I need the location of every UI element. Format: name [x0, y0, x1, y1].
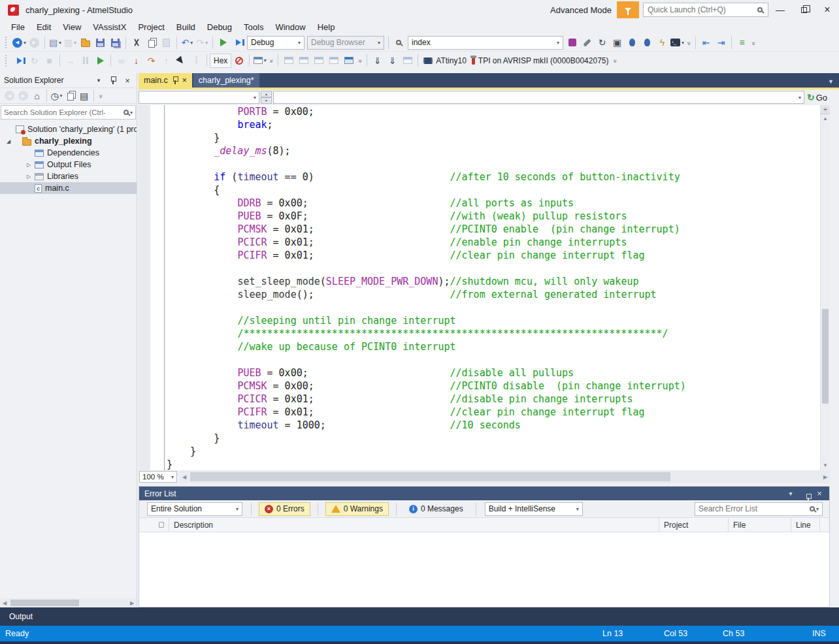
menu-item-edit[interactable]: Edit: [31, 21, 57, 33]
refresh-button[interactable]: ↻: [595, 35, 610, 50]
format-list-button[interactable]: ≡: [734, 35, 749, 50]
definition-spinner[interactable]: ▲▼: [261, 91, 272, 104]
run-button[interactable]: [93, 54, 108, 68]
restore-button[interactable]: [792, 0, 815, 20]
mode-filter-button[interactable]: [617, 1, 639, 18]
error-list-body[interactable]: [139, 532, 829, 607]
solution-configuration-select[interactable]: Debug▾: [247, 36, 304, 50]
editor-hscrollbar[interactable]: ◀ ▶: [180, 470, 830, 483]
copy-button[interactable]: [144, 35, 159, 50]
run-to-cursor-button[interactable]: [174, 54, 189, 68]
select-region-button[interactable]: ▣: [610, 35, 625, 50]
close-button[interactable]: ×: [815, 0, 839, 20]
warnings-filter-button[interactable]: 0 Warnings: [325, 502, 389, 516]
disable-breakpoints-button[interactable]: [231, 54, 246, 68]
code-text[interactable]: PORTB = 0x00; break; } _delay_ms(8); if …: [165, 105, 820, 470]
open-file-button[interactable]: [78, 35, 93, 50]
output-panel-label[interactable]: Output: [9, 612, 33, 621]
continue-button[interactable]: [12, 54, 27, 68]
solution-explorer-search-input[interactable]: [4, 108, 123, 116]
menu-item-view[interactable]: View: [57, 21, 87, 33]
tab-list-dropdown-button[interactable]: ▼: [828, 78, 839, 88]
menu-item-help[interactable]: Help: [312, 21, 341, 33]
menu-item-build[interactable]: Build: [171, 21, 201, 33]
quick-flash-button[interactable]: ϟ: [655, 35, 670, 50]
tree-item-main-c[interactable]: main.c: [0, 182, 137, 194]
save-all-button[interactable]: [108, 35, 123, 50]
navigate-backward-button[interactable]: ◀▾: [12, 35, 27, 50]
scroll-thumb[interactable]: [190, 472, 670, 481]
scroll-up-arrow[interactable]: ▲: [821, 114, 830, 123]
step-over-button[interactable]: ↷: [144, 54, 159, 68]
definition-combo[interactable]: ▾: [273, 91, 804, 104]
tools-wrench-button[interactable]: [580, 35, 595, 50]
indicator-margin[interactable]: [139, 105, 150, 470]
undo-button[interactable]: ↶▾: [180, 35, 195, 50]
scroll-down-arrow[interactable]: ▼: [821, 461, 830, 470]
save-button[interactable]: [93, 35, 108, 50]
quick-launch-box[interactable]: [643, 3, 768, 17]
toolbar-overflow-button[interactable]: »: [97, 92, 105, 100]
device-select[interactable]: ATtiny10: [421, 54, 469, 68]
messages-filter-button[interactable]: 0 Messages: [404, 502, 469, 516]
toolbar-grip[interactable]: [5, 37, 8, 48]
scroll-left-arrow[interactable]: ◀: [0, 600, 9, 606]
program-device-button[interactable]: ⇓: [370, 54, 385, 68]
expander-icon[interactable]: ◢: [4, 138, 13, 144]
menu-item-file[interactable]: File: [5, 21, 31, 33]
menu-item-window[interactable]: Window: [269, 21, 311, 33]
close-panel-button[interactable]: ×: [815, 489, 824, 498]
scroll-track[interactable]: [189, 470, 821, 483]
scroll-thumb[interactable]: [10, 600, 79, 606]
indent-increase-button[interactable]: ⇥: [714, 35, 729, 50]
toolbar-overflow-button[interactable]: »: [612, 57, 619, 65]
scroll-right-arrow[interactable]: ▶: [127, 600, 137, 606]
code-coverage-button[interactable]: [341, 54, 356, 68]
hex-display-button[interactable]: Hex: [210, 54, 231, 68]
expander-icon[interactable]: ▷: [24, 162, 33, 168]
indent-decrease-button[interactable]: ⇤: [699, 35, 714, 50]
solution-explorer-hscrollbar[interactable]: ◀ ▶: [0, 598, 137, 607]
pin-button[interactable]: [108, 76, 118, 84]
tree-item-project-charly-plexing[interactable]: ◢charly_plexing: [0, 135, 137, 147]
close-panel-button[interactable]: ×: [122, 76, 133, 86]
debug-browser-select[interactable]: Debug Browser▾: [307, 36, 384, 50]
toolbar-overflow-button[interactable]: »: [750, 39, 757, 46]
line-column-header[interactable]: Line: [791, 518, 820, 532]
new-project-button[interactable]: ▤▾: [48, 35, 63, 50]
start-debug-break-button[interactable]: [231, 35, 246, 50]
vassistx-find-icon[interactable]: [391, 35, 406, 50]
scroll-track[interactable]: [9, 598, 127, 607]
step-into-button[interactable]: ↓: [129, 54, 144, 68]
tree-item-solution[interactable]: Solution 'charly_plexing' (1 proj: [0, 123, 137, 135]
watch-window-button[interactable]: ▾: [252, 54, 267, 68]
description-column-header[interactable]: Description: [169, 518, 659, 532]
spin-down-icon[interactable]: ▼: [261, 97, 272, 104]
debug-bug-flash-button[interactable]: [640, 35, 655, 50]
start-debugging-button[interactable]: [216, 35, 231, 50]
tree-item-libraries[interactable]: ▷Libraries: [0, 170, 137, 182]
close-icon[interactable]: ×: [182, 76, 187, 85]
device-programming-button[interactable]: [565, 35, 580, 50]
toolbar-overflow-button[interactable]: »: [268, 57, 275, 65]
cut-button[interactable]: [129, 35, 144, 50]
error-list-search-input[interactable]: [699, 504, 810, 513]
solution-explorer-search-box[interactable]: ▾: [1, 105, 136, 120]
terminal-button[interactable]: ▾: [670, 35, 685, 50]
scroll-right-arrow[interactable]: ▶: [821, 474, 830, 480]
errors-filter-button[interactable]: 0 Errors: [259, 502, 310, 516]
vassistx-find-combo[interactable]: index▾: [408, 36, 563, 50]
tab-charly-plexing[interactable]: charly_plexing*: [193, 73, 259, 88]
split-handle[interactable]: ÷: [821, 105, 830, 114]
scroll-track[interactable]: [821, 123, 830, 461]
project-column-header[interactable]: Project: [659, 518, 729, 532]
expander-icon[interactable]: ▷: [24, 174, 33, 180]
output-panel-bar[interactable]: Output: [0, 607, 839, 626]
tree-item-dependencies[interactable]: Dependencies: [0, 147, 137, 159]
quick-launch-input[interactable]: [648, 5, 757, 14]
editor-vscrollbar[interactable]: ÷ ▲ ▼: [820, 105, 830, 470]
scroll-thumb[interactable]: [822, 309, 829, 404]
sx-pending-changes-button[interactable]: ◷▾: [50, 89, 63, 103]
toolbar-overflow-button[interactable]: »: [685, 39, 693, 46]
sx-home-button[interactable]: ⌂: [30, 89, 44, 103]
